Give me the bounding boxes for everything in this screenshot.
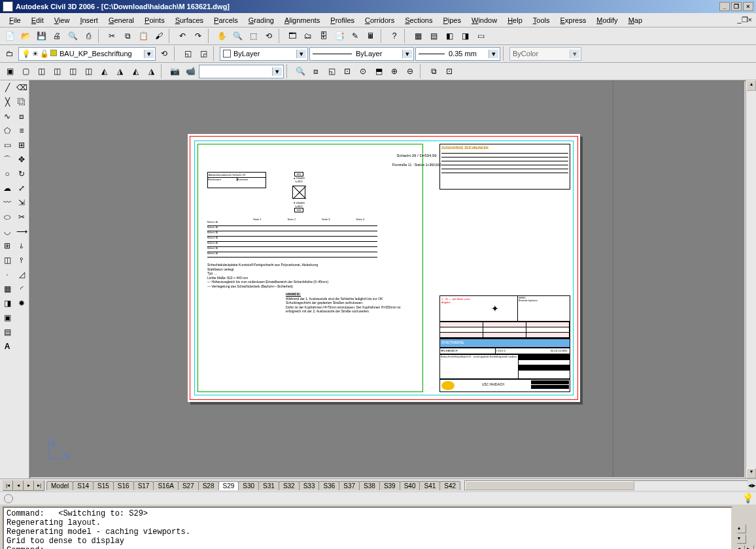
view-top-button[interactable]: ▣ [3,64,17,78]
zoom-all-button[interactable]: ⧉ [426,64,441,78]
sheetset-button[interactable]: 📑 [332,29,347,43]
layer-iso-button[interactable]: ◲ [196,46,211,61]
insert-button[interactable]: ⊞ [0,239,14,253]
civil-btn2[interactable]: ◨ [458,29,472,43]
toolpalette-button[interactable]: 🗄 [317,29,331,43]
layout-tab-model[interactable]: Model [46,481,73,490]
zoom-realtime-button[interactable]: 🔍 [293,64,307,78]
layout-tab-s42[interactable]: S42 [439,481,460,490]
view-left-button[interactable]: ◫ [34,64,48,78]
zoom-object-button[interactable]: ⬒ [371,64,386,78]
view-se-button[interactable]: ◮ [112,64,127,78]
point-button[interactable]: · [0,267,14,282]
menu-alignments[interactable]: Alignments [279,15,325,25]
new-button[interactable]: 📄 [3,29,17,43]
ellipse-button[interactable]: ⬭ [0,210,14,224]
open-button[interactable]: 📂 [18,29,33,43]
undo-button[interactable]: ↶ [175,29,190,43]
menu-profiles[interactable]: Profiles [325,15,360,25]
copy-button[interactable]: ⧉ [120,29,135,43]
layout-tab-s16a[interactable]: S16A [153,481,178,490]
menu-file[interactable]: File [4,15,26,25]
zoom-in-button[interactable]: ⊕ [387,64,402,78]
menu-grading[interactable]: Grading [243,15,279,25]
mtext-button[interactable]: A [0,339,14,354]
save-button[interactable]: 💾 [34,29,48,43]
lineweight-dropdown[interactable]: 0.35 mm ▾ [415,47,500,61]
circle-button[interactable]: ○ [0,167,14,181]
properties-button[interactable]: 🗔 [285,29,300,43]
zoom-extents-button[interactable]: ⊡ [442,64,456,78]
view-bottom-button[interactable]: ▢ [18,64,33,78]
region-button[interactable]: ▣ [0,310,14,325]
zoom-rt-button[interactable]: 🔍 [230,29,245,43]
rectangle-button[interactable]: ▭ [0,138,14,152]
polygon-button[interactable]: ⬠ [0,124,14,138]
menu-parcels[interactable]: Parcels [209,15,243,25]
redo-button[interactable]: ↷ [191,29,205,43]
trim-button[interactable]: ✂ [14,210,29,224]
color-dropdown[interactable]: ByLayer ▾ [220,47,308,61]
menu-tools[interactable]: Tools [528,15,555,25]
erase-button[interactable]: ⌫ [14,80,29,95]
tab-next-button[interactable]: ▸ [24,480,34,491]
named-views-button[interactable]: 📷 [167,64,182,78]
layout-tab-s30[interactable]: S30 [238,481,259,490]
mirror-button[interactable]: ⧈ [14,109,29,124]
view-front-button[interactable]: ◫ [65,64,80,78]
rotate-button[interactable]: ↻ [14,167,29,181]
copy-obj-button[interactable]: ⿻ [14,95,29,109]
preview-button[interactable]: 🔍 [65,29,80,43]
quickcalc-button[interactable]: 🖩 [364,29,378,43]
drawing-area[interactable]: Schacht 29 / D=534,59 Flurstraße 11 - St… [29,80,746,478]
comm-center-icon[interactable] [4,494,13,503]
civil-btn3[interactable]: ▭ [473,29,488,43]
hatch-button[interactable]: ▦ [0,282,14,296]
menu-modify[interactable]: Modify [591,15,623,25]
command-window[interactable]: Command: <Switching to: S29> Regeneratin… [3,507,732,549]
stretch-button[interactable]: ⇲ [14,195,29,210]
zoom-center-button[interactable]: ⊙ [356,64,370,78]
tab-prev-button[interactable]: ◂ [13,480,24,491]
panorama-button[interactable]: ▤ [426,29,441,43]
close-button[interactable]: × [743,2,753,11]
zoom-out-button[interactable]: ⊖ [403,64,417,78]
horizontal-scrollbar[interactable] [464,480,748,491]
block-button[interactable]: ◫ [0,253,14,267]
minimize-button[interactable]: _ [719,2,730,11]
layer-props-button[interactable]: 🗀 [3,46,17,61]
restore-button[interactable]: ❐ [731,2,742,11]
layout-tab-s27[interactable]: S27 [178,481,199,490]
view-ne-button[interactable]: ◭ [128,64,143,78]
menu-insert[interactable]: Insert [75,15,103,25]
layout-tab-s28[interactable]: S28 [198,481,219,490]
offset-button[interactable]: ≡ [14,124,29,138]
revcloud-button[interactable]: ☁ [0,181,14,195]
scroll-up-button[interactable]: ▴ [746,80,756,91]
tab-last-button[interactable]: ▸| [34,480,44,491]
menu-window[interactable]: Window [466,15,502,25]
menu-general[interactable]: General [103,15,139,25]
publish-button[interactable]: ⎙ [81,29,95,43]
tab-first-button[interactable]: |◂ [3,480,13,491]
layout-tab-s36[interactable]: S36 [318,481,339,490]
plot-button[interactable]: 🖨 [50,29,64,43]
extend-button[interactable]: ⟶ [14,224,29,239]
matchprop-button[interactable]: 🖌 [152,29,166,43]
civil-btn1[interactable]: ◧ [442,29,456,43]
view-nw-button[interactable]: ◮ [144,64,158,78]
line-button[interactable]: ╱ [0,80,14,95]
layout-tab-s15[interactable]: S15 [93,481,114,490]
plotstyle-dropdown[interactable]: ByColor ▾ [509,47,581,61]
array-button[interactable]: ⊞ [14,138,29,152]
lightbulb-icon[interactable]: 💡 [742,493,753,503]
linetype-dropdown[interactable]: ByLayer ▾ [309,47,414,61]
layout-tab-s17[interactable]: S17 [133,481,154,490]
cut-button[interactable]: ✂ [105,29,119,43]
toolspace-button[interactable]: ▦ [411,29,425,43]
hscroll-right-button[interactable]: ▸ [752,481,756,490]
menu-help[interactable]: Help [502,15,528,25]
view-sw-button[interactable]: ◭ [97,64,111,78]
named-view-dropdown[interactable]: ▾ [199,65,284,78]
menu-pipes[interactable]: Pipes [438,15,466,25]
